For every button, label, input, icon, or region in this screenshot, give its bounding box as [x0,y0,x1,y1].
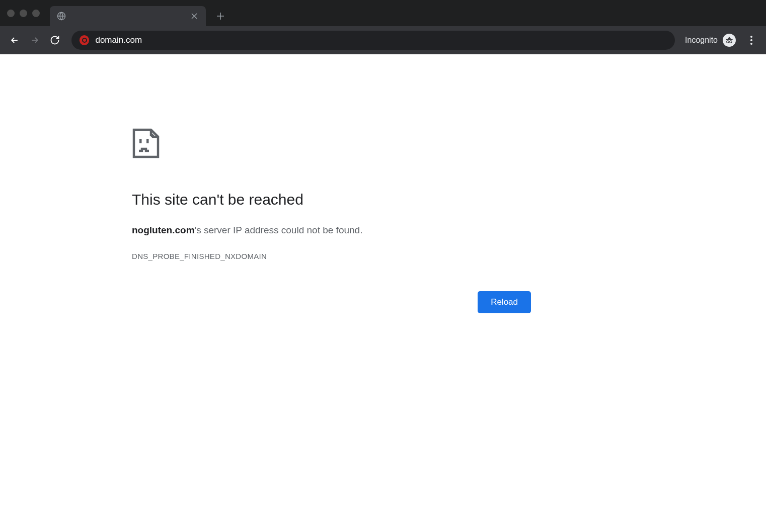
error-message-suffix: 's server IP address could not be found. [195,225,363,235]
svg-rect-8 [146,139,149,143]
error-title: This site can't be reached [132,191,531,208]
browser-tab[interactable] [50,6,206,26]
reload-button[interactable]: Reload [478,291,531,313]
site-info-icon[interactable] [80,35,89,45]
reload-button-toolbar[interactable] [46,32,63,49]
new-tab-button[interactable] [213,9,228,24]
window-close-button[interactable] [7,10,15,17]
browser-menu-button[interactable] [743,32,760,49]
url-text[interactable]: domain.com [95,35,667,45]
svg-rect-7 [139,139,142,143]
svg-point-6 [750,43,752,45]
svg-point-5 [750,39,752,41]
svg-point-2 [727,41,729,43]
svg-point-3 [730,41,732,43]
svg-rect-1 [726,39,733,40]
error-message: nogluten.com's server IP address could n… [132,223,531,238]
incognito-label: Incognito [685,36,718,45]
error-page: This site can't be reached nogluten.com'… [0,54,766,260]
address-bar[interactable]: domain.com [71,31,675,50]
browser-toolbar: domain.com Incognito [0,26,766,54]
incognito-icon[interactable] [723,34,736,47]
incognito-badge: Incognito [685,34,736,47]
error-code: DNS_PROBE_FINISHED_NXDOMAIN [132,252,531,260]
svg-point-4 [750,36,752,38]
globe-icon [57,12,66,21]
browser-chrome: domain.com Incognito [0,0,766,54]
error-content: This site can't be reached nogluten.com'… [132,128,531,260]
window-controls [7,10,40,17]
tab-strip [0,0,766,26]
sad-page-icon [132,128,531,161]
window-maximize-button[interactable] [32,10,40,17]
forward-button[interactable] [26,32,43,49]
back-button[interactable] [6,32,23,49]
error-domain: nogluten.com [132,225,195,235]
close-tab-icon[interactable] [190,12,199,21]
window-minimize-button[interactable] [20,10,27,17]
